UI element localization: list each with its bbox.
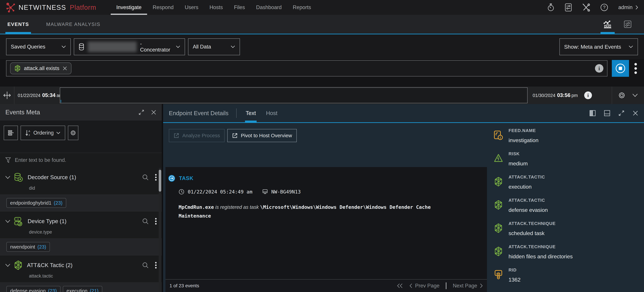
time-info-icon[interactable]: i xyxy=(584,91,592,99)
tab-events[interactable]: EVENTS xyxy=(6,15,30,34)
timeline-chart-area[interactable] xyxy=(60,87,528,103)
query-menu-kebab-icon[interactable] xyxy=(634,63,638,74)
next-page-button[interactable]: Next Page xyxy=(453,283,483,289)
split-horizontal-icon[interactable] xyxy=(604,110,610,116)
stopwatch-icon[interactable] xyxy=(547,3,555,11)
chevron-right-icon xyxy=(480,283,483,288)
meta-filter: Enter text to be found. xyxy=(0,153,162,167)
meta-view-dropdown[interactable] xyxy=(4,126,18,140)
time-range-dropdown[interactable]: All Data xyxy=(188,38,240,55)
meta-value-chip[interactable]: nwendpoint (23) xyxy=(6,242,50,252)
meta-group-attack-tactic[interactable]: ATT&CK Tactic (2) attack.tactic xyxy=(0,255,162,283)
group-menu-kebab-icon[interactable] xyxy=(155,174,157,181)
prev-page-button[interactable]: Prev Page xyxy=(409,283,440,289)
expand-panel-icon[interactable] xyxy=(138,109,144,115)
nav-item-investigate[interactable]: Investigate xyxy=(111,0,147,15)
meta-value-chip[interactable]: endpointloghybrid1 (23) xyxy=(6,198,66,208)
meta-value-text: endpointloghybrid1 xyxy=(10,200,52,206)
meta-group-device-type[interactable]: T Device Type (1) device.type xyxy=(0,211,162,239)
meta-group-values: defense evasion (23) execution (21) xyxy=(0,283,162,292)
nav-item-dashboard[interactable]: Dashboard xyxy=(250,0,287,15)
expand-panel-icon[interactable] xyxy=(618,110,624,116)
saved-queries-dropdown[interactable]: Saved Queries xyxy=(6,38,71,55)
nav-item-files[interactable]: Files xyxy=(228,0,250,15)
meta-scrollbar[interactable] xyxy=(159,168,161,292)
event-actions: Analyze Process Pivot to Host Overview xyxy=(163,123,487,148)
execute-query-button[interactable] xyxy=(612,60,629,77)
meta-value-chip[interactable]: defense evasion (23) xyxy=(6,286,60,292)
sort-az-icon: A z xyxy=(25,129,31,136)
meta-item-feed-name[interactable]: i FEED.NAME investigation xyxy=(493,128,644,143)
events-meta-header: Events Meta xyxy=(0,104,162,121)
meta-item-attack-tactic-execution[interactable]: ATTACK.TACTIC execution xyxy=(493,174,644,190)
timeline-settings xyxy=(612,87,644,104)
meta-item-attack-technique-scheduled-task[interactable]: ATTACK.TECHNIQUE scheduled task xyxy=(493,221,644,237)
meta-value-chip[interactable]: execution (21) xyxy=(63,286,102,292)
tab-malware-analysis[interactable]: MALWARE ANALYSIS xyxy=(45,15,102,34)
range-start[interactable]: 01/22/202405:34am xyxy=(14,87,60,104)
meta-item-attack-technique-hidden-files[interactable]: ATTACK.TECHNIQUE hidden files and direct… xyxy=(493,244,644,260)
split-vertical-icon[interactable] xyxy=(590,110,596,116)
user-menu[interactable]: admin xyxy=(618,4,638,10)
nav-item-respond[interactable]: Respond xyxy=(147,0,179,15)
brand-logo[interactable]: NETWITNESSPlatform xyxy=(6,2,96,13)
event-details-region: Endpoint Event Details Text Host xyxy=(163,104,644,292)
feed-icon: i xyxy=(493,128,504,143)
meta-filter-input[interactable]: Enter text to be found. xyxy=(15,157,66,163)
meta-scrollbar-thumb[interactable] xyxy=(159,170,161,192)
search-icon[interactable] xyxy=(142,262,148,269)
nav-item-users[interactable]: Users xyxy=(179,0,204,15)
service-dropdown[interactable]: - Concentrator xyxy=(74,38,185,55)
pivot-to-host-button[interactable]: Pivot to Host Overview xyxy=(227,129,296,142)
close-panel-icon[interactable] xyxy=(151,110,156,115)
tools-icon[interactable] xyxy=(582,3,590,11)
external-link-icon xyxy=(174,133,179,138)
meta-item-attack-tactic-defense-evasion[interactable]: ATTACK.TACTIC defense evasion xyxy=(493,198,644,213)
show-meta-events-dropdown[interactable]: Show: Meta and Events xyxy=(560,38,638,55)
meta-item-value: investigation xyxy=(508,137,538,143)
meta-item-rid[interactable]: RID 1362 xyxy=(493,268,644,283)
search-icon[interactable] xyxy=(142,174,148,181)
meta-item-risk[interactable]: RISK medium xyxy=(493,151,644,167)
query-info-icon[interactable]: i xyxy=(595,64,604,73)
meta-group-key: device.type xyxy=(29,230,157,235)
meta-group-decoder-source[interactable]: Decoder Source (1) did xyxy=(0,167,162,195)
events-chart-view-icon[interactable] xyxy=(598,15,618,34)
timeline-drag-handle[interactable] xyxy=(0,87,14,104)
group-menu-kebab-icon[interactable] xyxy=(155,218,157,225)
gear-icon[interactable] xyxy=(618,92,626,99)
collapse-chevron-icon[interactable] xyxy=(5,264,10,267)
close-panel-icon[interactable] xyxy=(632,110,638,116)
query-builder-input[interactable]: attack.all exists i xyxy=(6,60,608,76)
help-icon[interactable]: ? xyxy=(600,3,608,11)
meta-item-label: ATTACK.TACTIC xyxy=(508,198,548,203)
ordering-dropdown[interactable]: A z Ordering xyxy=(20,126,65,140)
tab-text[interactable]: Text xyxy=(244,104,257,122)
jobs-icon[interactable] xyxy=(565,3,572,12)
nav-item-hosts[interactable]: Hosts xyxy=(204,0,228,15)
search-icon[interactable] xyxy=(142,218,148,225)
event-timestamp: 01/22/2024 05:24:49 am xyxy=(188,189,252,195)
events-preferences-icon[interactable] xyxy=(618,15,638,34)
collapse-chevron-icon[interactable] xyxy=(5,176,10,179)
filter-chip-attack-all[interactable]: attack.all exists xyxy=(10,62,72,74)
first-page-icon[interactable] xyxy=(397,283,403,288)
meta-settings-button[interactable] xyxy=(68,126,78,140)
analyze-process-button[interactable]: Analyze Process xyxy=(169,129,224,142)
chevron-down-icon xyxy=(56,132,60,134)
collapse-chevron-icon[interactable] xyxy=(5,220,10,223)
group-menu-kebab-icon[interactable] xyxy=(155,262,157,269)
clock-icon xyxy=(178,189,184,195)
nav-item-reports[interactable]: Reports xyxy=(287,0,317,15)
tab-host[interactable]: Host xyxy=(265,104,279,122)
event-viewer-region: Analyze Process Pivot to Host Overview xyxy=(163,123,487,292)
meta-value-count: (23) xyxy=(54,200,62,206)
remove-filter-icon[interactable] xyxy=(63,66,67,70)
chevron-down-icon[interactable] xyxy=(632,93,638,97)
meta-group-key: attack.tactic xyxy=(29,274,157,279)
range-end[interactable]: 01/30/202403:56pm i xyxy=(528,87,612,104)
meta-value-text: defense evasion xyxy=(10,288,46,292)
meta-item-label: RISK xyxy=(508,151,528,156)
chevron-down-icon xyxy=(176,45,180,48)
brand-name: NETWITNESS xyxy=(18,4,66,11)
